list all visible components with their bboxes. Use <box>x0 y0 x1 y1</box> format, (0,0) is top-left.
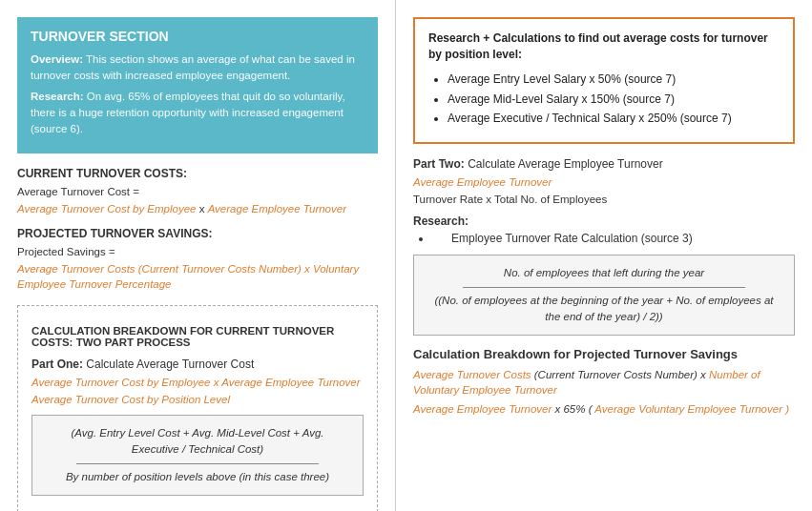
turnover-denominator: ((No. of employees at the beginning of t… <box>427 293 781 326</box>
orange-research-box: Research + Calculations to find out aver… <box>413 17 795 144</box>
orange-box-list: Average Entry Level Salary x 50% (source… <box>428 72 780 127</box>
list-item: Average Entry Level Salary x 50% (source… <box>448 72 780 88</box>
projected-calc-line2: Average Employee Turnover x 65% ( Averag… <box>413 401 795 417</box>
research-heading: Research: <box>413 215 795 228</box>
calc-breakdown-title: CALCULATION BREAKDOWN FOR CURRENT TURNOV… <box>31 325 364 348</box>
orange-box-title: Research + Calculations to find out aver… <box>428 31 780 64</box>
projected-savings-x: x <box>304 263 313 275</box>
projected-savings-title: PROJECTED TURNOVER SAVINGS: <box>17 227 378 240</box>
projected-calc-line1: Average Turnover Costs (Current Turnover… <box>413 367 795 398</box>
projected-savings-formula: Average Turnover Costs (Current Turnover… <box>17 261 378 292</box>
current-costs-part2: Average Employee Turnover <box>208 203 346 215</box>
research-text: Research: On avg. 65% of employees that … <box>31 89 364 136</box>
overview-label: Overview: <box>31 53 83 65</box>
current-costs-formula: Average Turnover Cost by Employee x Aver… <box>17 201 378 216</box>
turnover-divider <box>463 287 745 288</box>
current-costs-intro: Average Turnover Cost = <box>17 184 378 199</box>
current-costs-title: CURRENT TURNOVER COSTS: <box>17 167 378 180</box>
turnover-numerator: No. of employees that left during the ye… <box>427 265 781 281</box>
research-list-item: Employee Turnover Rate Calculation (sour… <box>432 232 795 245</box>
right-panel: Research + Calculations to find out aver… <box>396 0 812 511</box>
list-item: Average Mid-Level Salary x 150% (source … <box>448 92 780 108</box>
research-label: Research: <box>31 91 84 102</box>
projected-savings: PROJECTED TURNOVER SAVINGS: Projected Sa… <box>17 227 378 292</box>
turnover-rate-calc-box: No. of employees that left during the ye… <box>413 255 795 336</box>
projected-savings-intro: Projected Savings = <box>17 244 378 259</box>
turnover-section-title: TURNOVER SECTION <box>31 29 364 44</box>
current-costs-part1: Average Turnover Cost by Employee <box>17 203 197 215</box>
inner-calc-box: (Avg. Entry Level Cost + Avg. Mid-Level … <box>31 415 364 496</box>
teal-overview-box: TURNOVER SECTION Overview: This section … <box>17 17 378 153</box>
part-two-section: Part Two: Calculate Average Employee Tur… <box>413 157 795 336</box>
inner-numerator: (Avg. Entry Level Cost + Avg. Mid-Level … <box>46 425 349 459</box>
part-two-subtitle: Average Employee Turnover <box>413 174 795 190</box>
part-one-formula1: Average Turnover Cost by Employee x Aver… <box>31 375 364 390</box>
overview-text: Overview: This section shows an average … <box>31 51 364 83</box>
left-panel: TURNOVER SECTION Overview: This section … <box>0 0 396 511</box>
part-one-label: Part One: Calculate Average Turnover Cos… <box>31 358 364 371</box>
projected-calc-breakdown: Calculation Breakdown for Projected Turn… <box>413 347 795 417</box>
research-list: Employee Turnover Rate Calculation (sour… <box>413 232 795 245</box>
projected-savings-part1: Average Turnover Costs (Current Turnover… <box>17 263 302 275</box>
current-costs-x: x <box>199 203 208 215</box>
current-turnover-costs: CURRENT TURNOVER COSTS: Average Turnover… <box>17 167 378 216</box>
calc-divider <box>76 463 319 464</box>
part-two-formula: Turnover Rate x Total No. of Employees <box>413 192 795 207</box>
part-two-label: Part Two: Calculate Average Employee Tur… <box>413 157 795 171</box>
calc-breakdown-box: CALCULATION BREAKDOWN FOR CURRENT TURNOV… <box>17 305 378 511</box>
list-item: Average Executive / Technical Salary x 2… <box>448 111 780 127</box>
part-one-formula2: Average Turnover Cost by Position Level <box>31 392 364 407</box>
projected-calc-title: Calculation Breakdown for Projected Turn… <box>413 347 795 361</box>
inner-denominator: By number of position levels above (in t… <box>46 469 349 485</box>
